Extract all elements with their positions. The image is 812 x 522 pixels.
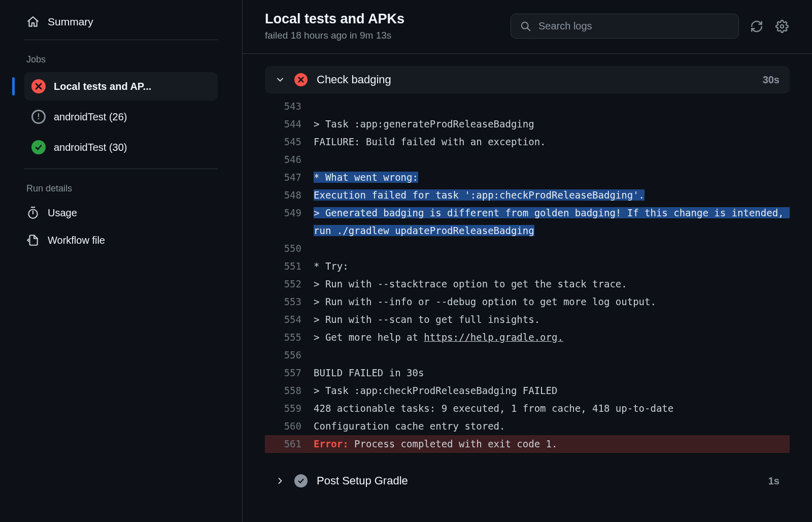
- x-circle-icon: [31, 79, 46, 93]
- log-line: 556: [265, 346, 790, 364]
- line-number: 557: [265, 364, 314, 382]
- search-icon: [520, 21, 531, 32]
- job-label: androidTest (30): [54, 142, 127, 153]
- line-text: * Try:: [314, 257, 790, 275]
- sidebar-summary-label: Summary: [48, 16, 93, 28]
- log-line: 548Execution failed for task ':app:check…: [265, 186, 790, 204]
- line-number: 552: [265, 275, 314, 293]
- job-label: Local tests and AP...: [54, 81, 151, 92]
- chevron-down-icon: [275, 75, 285, 85]
- line-number: 550: [265, 240, 314, 257]
- line-text: > Get more help at https://help.gradle.o…: [314, 329, 790, 346]
- log-line: 547* What went wrong:: [265, 169, 790, 186]
- jobs-header: Jobs: [24, 40, 218, 70]
- log-line: 549> Generated badging is different from…: [265, 204, 790, 240]
- log-line: 551* Try:: [265, 257, 790, 275]
- line-number: 549: [265, 204, 314, 222]
- line-text: BUILD FAILED in 30s: [314, 364, 790, 382]
- page-title: Local tests and APKs: [265, 11, 404, 27]
- sidebar-summary[interactable]: Summary: [24, 10, 218, 40]
- settings-button[interactable]: [774, 19, 790, 34]
- job-item-local-tests[interactable]: Local tests and AP...: [24, 72, 218, 101]
- line-number: 544: [265, 115, 314, 133]
- line-number: 546: [265, 151, 314, 169]
- line-number: 545: [265, 133, 314, 151]
- line-text: > Task :app:checkProdReleaseBadging FAIL…: [314, 382, 790, 400]
- svg-point-1: [522, 22, 528, 28]
- line-number: 560: [265, 417, 314, 435]
- log-line: 545FAILURE: Build failed with an excepti…: [265, 133, 790, 151]
- log-line: 561Error: Process completed with exit co…: [265, 435, 790, 453]
- sidebar: Summary Jobs Local tests and AP... andro…: [0, 0, 243, 522]
- line-text: Configuration cache entry stored.: [314, 417, 790, 435]
- step-duration: 1s: [768, 475, 780, 487]
- line-number: 561: [265, 435, 314, 453]
- log-line: 550: [265, 240, 790, 257]
- line-number: 556: [265, 346, 314, 364]
- chevron-right-icon: [275, 476, 285, 486]
- line-text: Execution failed for task ':app:checkPro…: [314, 186, 790, 204]
- svg-point-2: [781, 24, 784, 28]
- refresh-button[interactable]: [749, 19, 764, 34]
- run-detail-usage[interactable]: Usage: [24, 199, 218, 226]
- log-line: 554> Run with --scan to get full insight…: [265, 311, 790, 329]
- job-item-androidtest-30[interactable]: androidTest (30): [24, 133, 218, 161]
- line-text: 428 actionable tasks: 9 executed, 1 from…: [314, 400, 790, 417]
- step-name: Post Setup Gradle: [317, 474, 759, 487]
- content: Check badging 30s 543544> Task :app:gene…: [243, 54, 812, 522]
- line-number: 553: [265, 293, 314, 311]
- search-input[interactable]: [538, 20, 729, 32]
- line-text: > Run with --scan to get full insights.: [314, 311, 790, 329]
- step-header-post-setup-gradle[interactable]: Post Setup Gradle 1s: [265, 459, 790, 495]
- line-number: 555: [265, 329, 314, 346]
- log-line: 558> Task :app:checkProdReleaseBadging F…: [265, 382, 790, 400]
- line-text: FAILURE: Build failed with an exception.: [314, 133, 790, 151]
- line-text: > Task :app:generateProdReleaseBadging: [314, 115, 790, 133]
- alert-circle-icon: [31, 110, 46, 124]
- search-box[interactable]: [511, 14, 739, 39]
- log-line: 559428 actionable tasks: 9 executed, 1 f…: [265, 400, 790, 417]
- line-text: * What went wrong:: [314, 169, 790, 186]
- home-icon: [26, 15, 40, 28]
- log-line: 546: [265, 151, 790, 169]
- job-label: androidTest (26): [54, 111, 127, 123]
- main-panel: Local tests and APKs failed 18 hours ago…: [243, 0, 812, 522]
- step-header-check-badging[interactable]: Check badging 30s: [265, 66, 790, 93]
- header: Local tests and APKs failed 18 hours ago…: [243, 0, 812, 54]
- header-titles: Local tests and APKs failed 18 hours ago…: [265, 11, 404, 41]
- help-link[interactable]: https://help.gradle.org.: [424, 332, 563, 343]
- line-number: 543: [265, 97, 314, 115]
- run-detail-label: Usage: [48, 207, 77, 219]
- log-line: 560Configuration cache entry stored.: [265, 417, 790, 435]
- line-number: 559: [265, 400, 314, 417]
- log-line: 544> Task :app:generateProdReleaseBadgin…: [265, 115, 790, 133]
- run-detail-label: Workflow file: [48, 235, 105, 246]
- line-number: 548: [265, 186, 314, 204]
- line-number: 551: [265, 257, 314, 275]
- run-detail-workflow-file[interactable]: Workflow file: [24, 226, 218, 254]
- check-circle-icon: [31, 140, 46, 154]
- log-line: 557BUILD FAILED in 30s: [265, 364, 790, 382]
- page-subtitle: failed 18 hours ago in 9m 13s: [265, 30, 404, 41]
- log-line: 552> Run with --stacktrace option to get…: [265, 275, 790, 293]
- line-text: > Generated badging is different from go…: [314, 204, 790, 240]
- line-text: > Run with --stacktrace option to get th…: [314, 275, 790, 293]
- step-name: Check badging: [317, 73, 754, 86]
- log-line: 543: [265, 97, 790, 115]
- log-output[interactable]: 543544> Task :app:generateProdReleaseBad…: [265, 93, 790, 459]
- log-line: 553> Run with --info or --debug option t…: [265, 293, 790, 311]
- stopwatch-icon: [26, 206, 40, 219]
- line-text: Error: Process completed with exit code …: [314, 435, 790, 453]
- x-circle-icon: [294, 73, 308, 86]
- step-duration: 30s: [763, 74, 780, 86]
- line-number: 547: [265, 169, 314, 186]
- check-circle-icon: [294, 474, 308, 487]
- line-number: 554: [265, 311, 314, 329]
- file-code-icon: [26, 234, 40, 247]
- line-text: > Run with --info or --debug option to g…: [314, 293, 790, 311]
- run-details-header: Run details: [24, 169, 218, 199]
- line-number: 558: [265, 382, 314, 400]
- job-item-androidtest-26[interactable]: androidTest (26): [24, 103, 218, 131]
- log-line: 555> Get more help at https://help.gradl…: [265, 329, 790, 346]
